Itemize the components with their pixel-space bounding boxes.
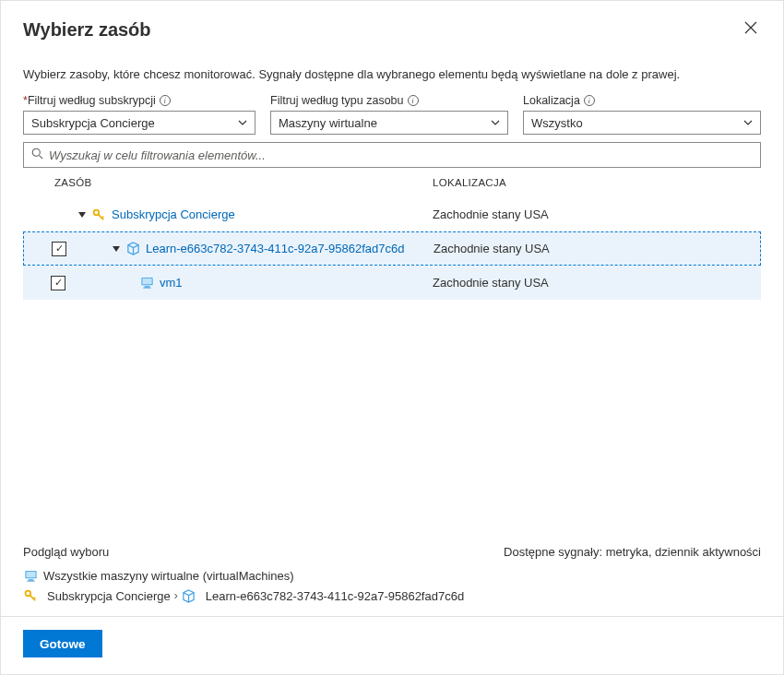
vm-icon — [23, 568, 38, 583]
key-icon — [23, 588, 38, 603]
search-icon — [31, 148, 43, 162]
svg-rect-10 — [26, 571, 35, 577]
tree-row-resource-group[interactable]: ✓ Learn-e663c782-3743-411c-92a7-95862fad… — [23, 231, 761, 266]
resource-group-location: Zachodnie stany USA — [434, 242, 550, 255]
filter-location-label: Lokalizacja i — [523, 94, 761, 107]
vm-link[interactable]: vm1 — [160, 276, 183, 290]
tree-row-vm[interactable]: ✓ vm1 Zachodnie stany USA — [23, 266, 761, 300]
svg-line-15 — [34, 598, 36, 599]
checkbox-vm[interactable]: ✓ — [51, 276, 65, 290]
description-text: Wybierz zasoby, które chcesz monitorować… — [23, 67, 761, 81]
tree-row-subscription[interactable]: Subskrypcja Concierge Zachodnie stany US… — [23, 197, 761, 231]
svg-line-1 — [40, 156, 43, 160]
preview-breadcrumb: Subskrypcja Concierge › Learn-e663c782-3… — [23, 588, 761, 603]
info-icon[interactable]: i — [408, 95, 419, 106]
breadcrumb-subscription: Subskrypcja Concierge — [47, 589, 171, 603]
filter-resourcetype-label: Filtruj według typu zasobu i — [270, 94, 508, 107]
divider — [1, 616, 783, 617]
column-location-header: LOKALIZACJA — [433, 177, 761, 188]
svg-rect-11 — [28, 579, 33, 580]
filter-subscription-value: Subskrypcja Concierge — [31, 116, 155, 130]
chevron-down-icon — [238, 120, 247, 125]
filter-resourcetype-select[interactable]: Maszyny wirtualne — [270, 111, 508, 135]
filter-subscription-select[interactable]: Subskrypcja Concierge — [23, 111, 255, 135]
resource-group-link[interactable]: Learn-e663c782-3743-411c-92a7-95862fad7c… — [146, 242, 404, 255]
column-resource-header: ZASÓB — [54, 177, 433, 188]
info-icon[interactable]: i — [584, 95, 595, 106]
expand-icon[interactable] — [113, 246, 120, 252]
checkbox-resource-group[interactable]: ✓ — [52, 242, 66, 256]
filter-location-select[interactable]: Wszystko — [523, 111, 761, 135]
filter-location-value: Wszystko — [531, 116, 583, 130]
available-signals-label: Dostępne sygnały: metryka, dziennik akty… — [504, 545, 761, 559]
done-button[interactable]: Gotowe — [23, 630, 102, 657]
chevron-right-icon: › — [174, 589, 178, 602]
close-button[interactable] — [741, 18, 761, 41]
vm-icon — [139, 276, 154, 290]
svg-point-0 — [32, 148, 40, 156]
chevron-down-icon — [743, 120, 753, 125]
subscription-link[interactable]: Subskrypcja Concierge — [112, 207, 235, 221]
svg-rect-8 — [143, 288, 150, 289]
svg-rect-12 — [27, 580, 34, 581]
filter-subscription-label: Filtruj według subskrypcji i — [23, 94, 255, 107]
panel-title: Wybierz zasób — [23, 19, 151, 41]
close-icon — [744, 21, 757, 34]
svg-line-4 — [102, 216, 104, 218]
subscription-location: Zachodnie stany USA — [433, 207, 549, 221]
vm-location: Zachodnie stany USA — [433, 276, 549, 290]
svg-rect-6 — [142, 278, 151, 285]
info-icon[interactable]: i — [160, 95, 171, 106]
filter-resourcetype-value: Maszyny wirtualne — [279, 116, 377, 130]
preview-all-vms: Wszystkie maszyny wirtualne (virtualMach… — [23, 568, 761, 583]
resource-group-icon — [182, 588, 196, 603]
key-icon — [91, 207, 106, 222]
svg-rect-7 — [144, 286, 149, 287]
chevron-down-icon — [491, 120, 500, 125]
preview-label: Podgląd wyboru — [23, 545, 109, 559]
resource-group-icon — [125, 242, 140, 256]
expand-icon[interactable] — [78, 212, 86, 218]
search-input[interactable] — [49, 148, 753, 162]
search-container[interactable] — [23, 142, 761, 168]
breadcrumb-resource-group: Learn-e663c782-3743-411c-92a7-95862fad7c… — [206, 589, 464, 603]
